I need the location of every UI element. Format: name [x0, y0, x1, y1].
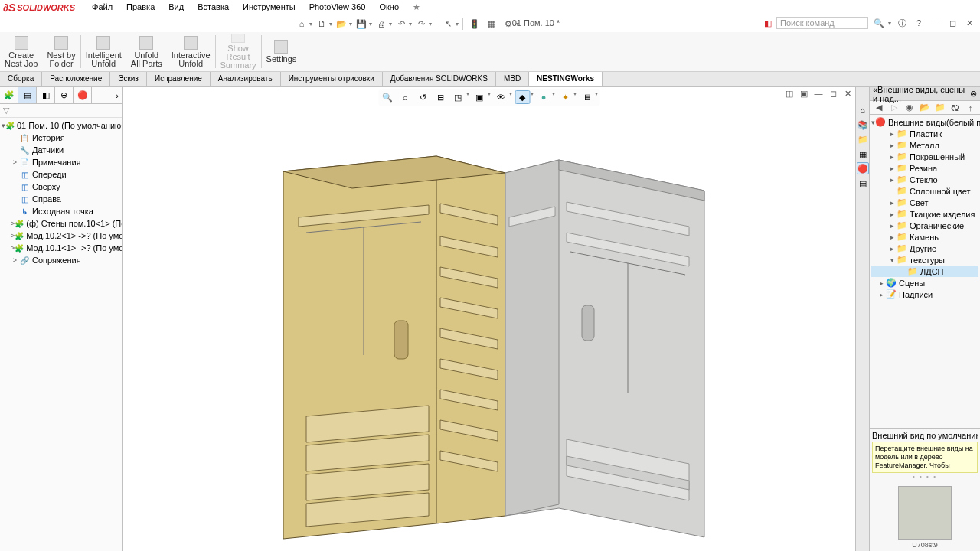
ap-tree-root[interactable]: ▾🔴 Внешние виды(белый пластик	[871, 116, 978, 128]
doc-float-icon[interactable]: ▣	[798, 87, 810, 99]
appearance-node[interactable]: ▸📁Стекло	[871, 174, 978, 185]
texture-swatch[interactable]	[898, 486, 952, 540]
resize-handle[interactable]: • • • •	[872, 473, 978, 480]
tab-сборка[interactable]: Сборка	[0, 72, 42, 86]
minimize-icon[interactable]: —	[929, 17, 942, 29]
render-icon[interactable]: 🖥	[579, 90, 594, 104]
unfold-all-parts-button[interactable]: Unfold All Parts	[126, 32, 167, 71]
close-icon[interactable]: ✕	[963, 17, 975, 29]
fm-tab-tree-icon[interactable]: ▤	[18, 87, 37, 103]
tab-исправление[interactable]: Исправление	[147, 72, 211, 86]
prev-view-icon[interactable]: ↺	[415, 90, 430, 104]
appearance-node[interactable]: ▸📝Надписи	[871, 289, 978, 300]
appearance-node[interactable]: ▸📁Резина	[871, 162, 978, 174]
appearance-node[interactable]: ▸📁Покрашенный	[871, 151, 978, 162]
settings-icon[interactable]: ⚙	[501, 17, 516, 31]
appearance-node[interactable]: ▸🌍Сцены	[871, 277, 978, 289]
appearance-node[interactable]: 📁Сплошной цвет	[871, 185, 978, 197]
fm-tab-property-icon[interactable]: ◧	[37, 87, 55, 103]
ap-folder-icon[interactable]: 📂	[919, 101, 932, 115]
fm-tab-expand-icon[interactable]: ›	[92, 87, 122, 103]
zoom-fit-icon[interactable]: 🔍	[380, 90, 395, 104]
menu-tools[interactable]: Инструменты	[240, 1, 299, 14]
tab-инструменты-отрисовки[interactable]: Инструменты отрисовки	[281, 72, 383, 86]
search-toggle-icon[interactable]: ◧	[764, 18, 772, 28]
new-icon[interactable]: 🗋	[314, 17, 329, 31]
save-icon[interactable]: 💾	[354, 17, 369, 31]
menu-pin-icon[interactable]: ★	[410, 1, 423, 14]
ap-back-icon[interactable]: ◀	[873, 101, 886, 115]
view-settings-icon[interactable]: ✦	[557, 90, 573, 104]
tree-node[interactable]: >🧩Мод.10.2<1> ->? (По умолчанию<	[2, 230, 120, 242]
appearance-node[interactable]: ▸📁Органические	[871, 220, 978, 231]
undo-icon[interactable]: ↶	[394, 17, 409, 31]
fm-tab-config-icon[interactable]: ⊕	[55, 87, 74, 103]
taskpane-home-icon[interactable]: ⌂	[857, 104, 869, 116]
interactive-unfold-button[interactable]: Interactive Unfold	[167, 32, 215, 71]
ap-up-icon[interactable]: ↑	[964, 101, 977, 115]
appearance-node[interactable]: 📁ЛДСП	[871, 266, 978, 277]
tree-node[interactable]: >🧩Мод.10.1<1> ->? (По умолчанию<	[2, 242, 120, 254]
nesting-settings-button[interactable]: Settings	[262, 32, 302, 71]
tab-добавления-solidworks[interactable]: Добавления SOLIDWORKS	[383, 72, 496, 86]
fm-tab-appearance-icon[interactable]: 🔴	[74, 87, 92, 103]
appearance-node[interactable]: ▸📁Пластик	[871, 128, 978, 139]
appearance-node[interactable]: ▸📁Свет	[871, 197, 978, 208]
panel-close-icon[interactable]: ⊗	[970, 89, 977, 99]
menu-window[interactable]: Окно	[376, 1, 402, 14]
ap-sphere-icon[interactable]: ◉	[903, 101, 916, 115]
options-icon[interactable]: ▦	[484, 17, 499, 31]
home-icon[interactable]: ⌂	[294, 17, 309, 31]
tree-node[interactable]: ◫Сверху	[2, 181, 120, 193]
ap-forward-icon[interactable]: ▷	[888, 101, 901, 115]
display-style-icon[interactable]: ▣	[472, 90, 487, 104]
viewport[interactable]: ◫ ▣ — ◻ ✕ 🔍 ⌕ ↺ ⊟ ◳▾ ▣▾ 👁▾ ◆▾ ●▾ ✦▾ 🖥▾	[122, 87, 855, 551]
print-icon[interactable]: 🖨	[374, 17, 389, 31]
appearance-node[interactable]: ▾📁текстуры	[871, 254, 978, 266]
redo-icon[interactable]: ↷	[413, 17, 429, 31]
tab-расположение[interactable]: Расположение	[42, 72, 110, 86]
tree-node[interactable]: >🧩(ф) Стены пом.10<1> (По умолчан	[2, 217, 120, 230]
doc-close-icon[interactable]: ✕	[841, 87, 854, 99]
tree-node[interactable]: 🔧Датчики	[2, 144, 120, 156]
doc-min-icon[interactable]: —	[812, 87, 825, 99]
ap-refresh-icon[interactable]: 🗘	[949, 101, 962, 115]
menu-file[interactable]: Файл	[89, 1, 116, 14]
help-home-icon[interactable]: ⓘ	[896, 17, 908, 29]
tab-nestingworks[interactable]: NESTINGWorks	[529, 72, 603, 86]
menu-view[interactable]: Вид	[165, 1, 187, 14]
doc-max-icon[interactable]: ◻	[827, 87, 839, 99]
taskpane-custom-icon[interactable]: ▤	[857, 177, 869, 189]
hide-show-icon[interactable]: 👁	[493, 90, 508, 104]
rebuild-icon[interactable]: 🚦	[467, 17, 482, 31]
tree-node[interactable]: >📄Примечания	[2, 156, 120, 168]
search-icon[interactable]: 🔍	[873, 17, 885, 29]
tab-mbd[interactable]: MBD	[496, 72, 529, 86]
taskpane-appearance-icon[interactable]: 🔴	[857, 162, 869, 174]
taskpane-view-icon[interactable]: ▦	[857, 148, 869, 160]
select-icon[interactable]: ↖	[440, 17, 456, 31]
intelligent-unfold-button[interactable]: Intelligent Unfold	[81, 32, 126, 71]
appearance-node[interactable]: ▸📁Камень	[871, 231, 978, 243]
tree-node[interactable]: >🔗Сопряжения	[2, 254, 120, 266]
tab-эскиз[interactable]: Эскиз	[110, 72, 147, 86]
apply-scene-icon[interactable]: ●	[536, 90, 551, 104]
menu-photoview[interactable]: PhotoView 360	[306, 1, 369, 14]
tree-node[interactable]: 📋История	[2, 132, 120, 144]
fm-filter[interactable]: ▽	[0, 104, 122, 118]
appearance-node[interactable]: ▸📁Ткацкие изделия	[871, 208, 978, 220]
fm-tab-assembly-icon[interactable]: 🧩	[0, 87, 18, 103]
open-icon[interactable]: 📂	[334, 17, 349, 31]
doc-restore-icon[interactable]: ◫	[783, 87, 795, 99]
tree-node[interactable]: ◫Спереди	[2, 168, 120, 181]
create-nest-job-button[interactable]: Create Nest Job	[0, 32, 42, 71]
command-search[interactable]: Поиск команд	[776, 17, 868, 29]
tab-анализировать[interactable]: Анализировать	[211, 72, 281, 86]
section-view-icon[interactable]: ⊟	[433, 90, 448, 104]
appearance-node[interactable]: ▸📁Другие	[871, 243, 978, 254]
maximize-icon[interactable]: ◻	[946, 17, 959, 29]
help-icon[interactable]: ?	[913, 17, 925, 29]
tree-node[interactable]: ◫Справа	[2, 193, 120, 205]
nest-by-folder-button[interactable]: Nest by Folder	[42, 32, 80, 71]
appearance-node[interactable]: ▸📁Металл	[871, 139, 978, 151]
